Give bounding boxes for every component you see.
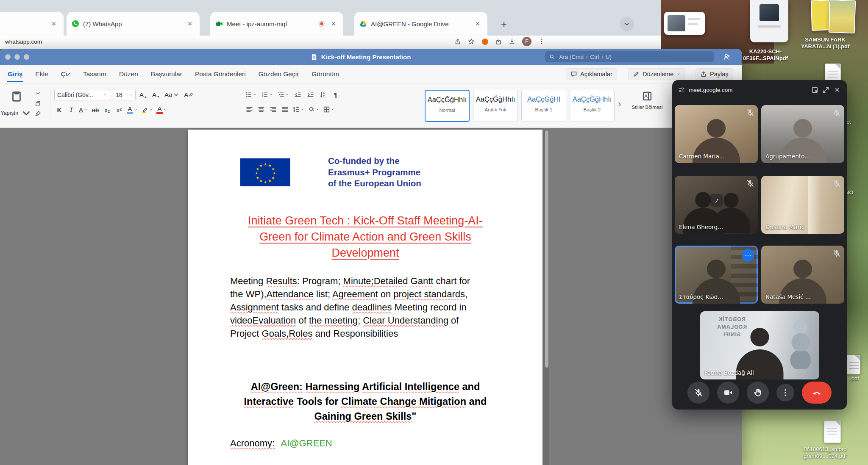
desktop-file-label[interactable]: ect [843,119,867,125]
desktop-file-icon[interactable] [846,355,860,374]
url-text[interactable]: whatsapp.com [5,39,42,45]
tune-icon[interactable] [678,86,685,93]
more-vert-icon[interactable] [538,38,545,45]
participant-tile-4[interactable]: Dusana Maric [761,176,844,234]
chevron-down-icon[interactable] [414,55,418,59]
tile-more-options-button[interactable]: ⋯ [742,249,754,262]
style-card-aralık-yok[interactable]: AaÇçĞğHhIıAralık Yok [473,90,518,122]
new-tab-button[interactable]: + [497,17,511,31]
close-window-button[interactable] [5,54,11,60]
copy-icon[interactable] [35,100,41,107]
clear-formatting-button[interactable]: A [183,89,194,100]
justify-button[interactable] [280,104,290,115]
format-painter-icon[interactable] [35,111,41,117]
back-to-tab-icon[interactable] [811,86,818,94]
outdent-button[interactable] [292,89,303,100]
style-card-başlık-2[interactable]: AaÇçĞğHhIıBaşlık 2 [570,90,615,122]
font-size-combo[interactable]: 18 [113,89,136,100]
participant-tile-3[interactable]: Elena Gheorg... [675,176,758,234]
puzzle-icon[interactable] [495,38,502,45]
desktop-file-label[interactable]: KA220-SCH- 0F36F...SPAINpdf [736,48,795,62]
desktop-file-preview[interactable] [811,0,830,31]
minimize-window-button[interactable] [14,54,20,60]
ribbon-tab-tasarım[interactable]: Tasarım [82,66,107,82]
change-case-button[interactable]: Aa [164,89,181,100]
align-center-button[interactable] [256,104,266,115]
browser-tab-1[interactable]: (7) WhatsApp× [67,12,200,36]
star-icon[interactable] [468,38,475,45]
text-effects-button[interactable]: A [126,104,139,115]
participant-tile-7[interactable]: ROBOTİK KODLAMA SINIFIFatma Bozdağ Ali [700,311,819,379]
mic-off-button[interactable] [687,382,709,404]
word-search-input[interactable] [558,53,709,61]
shading-button[interactable] [307,104,320,115]
indent-button[interactable] [305,89,315,100]
share-button[interactable]: Paylaş [696,68,733,80]
zoom-window-button[interactable] [24,54,29,60]
raise-hand-button[interactable] [747,382,769,404]
strikethrough-button[interactable]: ab [90,104,100,115]
ribbon-tab-giriş[interactable]: Giriş [7,66,23,82]
line-spacing-button[interactable] [292,104,305,115]
styles-pane-button[interactable]: A Stiller Bölmesi [629,91,665,110]
borders-button[interactable] [322,104,336,115]
numbering-button[interactable]: 123 [260,89,274,100]
extension-dot-icon[interactable] [481,38,488,45]
editing-mode-button[interactable]: Düzenleme [628,68,685,80]
cut-icon[interactable]: ✂ [35,90,42,97]
ribbon-tab-ekle[interactable]: Ekle [34,66,49,82]
align-right-button[interactable] [268,104,278,115]
sort-button[interactable]: AZ [318,89,328,100]
participant-tile-5[interactable]: ⋯Σταύρος Κώσ... [675,246,758,304]
desktop-file-label[interactable]: 06180613_snfpro gram09....024.pdf [789,446,861,459]
expand-icon[interactable] [822,86,829,94]
font-name-combo[interactable]: Calibri (Göv... [54,89,110,100]
browser-tab-2[interactable]: Meet - ipz-aumm-mqf× [210,12,343,36]
pilcrow-button[interactable]: ¶ [331,89,341,100]
tab-search-button[interactable] [620,17,634,31]
scrollbar-thumb[interactable] [545,130,548,368]
grow-font-button[interactable]: A▲ [138,89,148,100]
superscript-button[interactable]: x² [114,104,124,115]
document-page[interactable]: ★★★★★★★★★★★★ Co-funded by theErasmus+ Pr… [188,130,542,465]
font-color-button[interactable]: A [156,104,168,115]
styles-gallery-more-icon[interactable] [616,101,623,108]
share-icon[interactable] [454,38,461,45]
document-scrollbar[interactable] [545,130,549,465]
desktop-file-icon[interactable] [824,421,841,443]
end-call-button[interactable] [802,382,832,404]
subscript-button[interactable]: x₂ [102,104,112,115]
multilevel-list-button[interactable] [276,89,290,100]
tab-close-icon[interactable]: × [185,19,195,28]
document-title-area[interactable]: Kick-off Meeting Presentation [311,53,419,61]
tab-close-icon[interactable]: × [329,19,338,28]
highlight-button[interactable] [140,104,154,115]
tab-close-icon[interactable]: × [473,19,482,28]
ribbon-tab-posta-gönderileri[interactable]: Posta Gönderileri [194,66,247,82]
ribbon-tab-gözden-geçir[interactable]: Gözden Geçir [258,66,300,82]
meet-pip-window[interactable]: meet.google.com × Carmen Maria...Agrupam… [672,80,847,410]
ribbon-tab-başvurular[interactable]: Başvurular [150,66,183,82]
underline-button[interactable]: A [78,104,89,115]
download-icon[interactable] [509,38,515,45]
ribbon-tab-görünüm[interactable]: Görünüm [311,66,340,82]
paste-button[interactable]: Yapıştır [3,89,30,120]
style-card-normal[interactable]: AaÇçĞğHhIıNormal [425,90,470,122]
tab-close-icon[interactable]: × [49,19,58,28]
bullets-button[interactable] [244,89,258,100]
more-vert-button[interactable] [776,384,794,401]
desktop-file-label[interactable]: NO [845,189,866,196]
bold-button[interactable]: K [54,104,64,115]
close-icon[interactable]: × [833,86,841,94]
camera-button[interactable] [717,382,739,404]
desktop-file-preview[interactable] [829,0,856,33]
comments-button[interactable]: Açıklamalar [566,68,617,80]
word-search-box[interactable] [545,51,714,62]
desktop-file-label[interactable]: SAMSUN FARK YARATA...N (1).pdf [789,36,861,50]
profile-avatar[interactable]: E [522,37,531,46]
browser-tab-partial[interactable]: × [0,12,64,36]
browser-tab-3[interactable]: AI@GREEN - Google Drive× [354,12,487,36]
participant-tile-1[interactable]: Carmen Maria... [675,105,758,163]
ribbon-tab-çiz[interactable]: Çiz [60,66,71,82]
ribbon-tab-düzen[interactable]: Düzen [118,66,139,82]
